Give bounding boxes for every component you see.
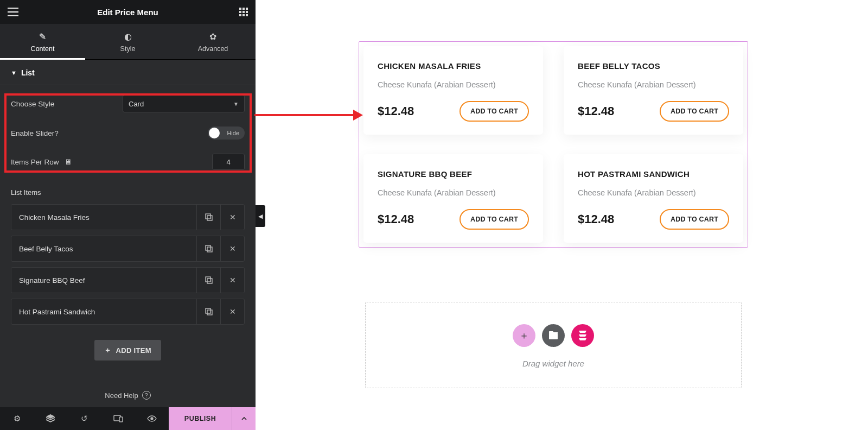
publish-dropdown-toggle[interactable] [232,407,256,430]
section-list-header[interactable]: ▼ List [0,60,256,85]
list-item-label: Signature BBQ Beef [19,276,85,284]
panel-tabs: ✎ Content ◐ Style ✿ Advanced [0,24,256,60]
duplicate-icon[interactable] [196,267,220,293]
preview-icon[interactable] [135,407,169,430]
list-item-label: Beef Belly Tacos [19,245,73,253]
duplicate-icon[interactable] [196,299,220,325]
annotation-arrow-icon [254,109,363,122]
choose-style-label: Choose Style [11,100,54,108]
items-per-row-input[interactable] [212,154,245,170]
svg-rect-0 [239,8,241,10]
close-icon[interactable]: ✕ [220,236,244,262]
card-price: $12.48 [378,212,414,226]
svg-rect-8 [246,14,248,16]
pencil-icon: ✎ [0,31,85,42]
list-item[interactable]: Chicken Masala Fries ✕ [11,204,245,230]
chevron-down-icon: ▼ [233,101,239,107]
card-description: Cheese Kunafa (Arabian Dessert) [378,188,529,197]
add-to-cart-button[interactable]: ADD TO CART [459,101,529,122]
card-title: SIGNATURE BBQ BEEF [378,169,529,179]
panel-body: ▼ List Choose Style Card ▼ Enable Slider… [0,60,256,384]
list-item[interactable]: Signature BBQ Beef ✕ [11,267,245,293]
svg-rect-7 [242,14,245,16]
svg-rect-4 [242,11,245,13]
enable-slider-label: Enable Slider? [11,129,59,137]
add-to-cart-button[interactable]: ADD TO CART [660,101,729,122]
need-help-label: Need Help [105,391,138,400]
card-title: CHICKEN MASALA FRIES [378,61,529,71]
desktop-icon[interactable]: 🖥 [65,157,72,166]
ekit-templates-button[interactable] [571,324,594,347]
tab-content[interactable]: ✎ Content [0,24,85,59]
caret-down-icon: ▼ [11,69,17,76]
add-item-button[interactable]: ＋ ADD ITEM [94,340,161,361]
list-items-heading: List Items [0,183,256,204]
control-enable-slider: Enable Slider? Hide [11,127,245,140]
duplicate-icon[interactable] [196,204,220,230]
need-help-link[interactable]: Need Help ? [0,384,256,407]
svg-rect-9 [206,214,210,219]
add-section-button[interactable]: ＋ [513,324,535,347]
sidebar-top-bar: Edit Price Menu [0,0,256,24]
tab-label: Advanced [198,45,228,53]
list-item-label: Chicken Masala Fries [19,213,90,222]
price-card: HOT PASTRAMI SANDWICH Cheese Kunafa (Ara… [564,154,743,243]
publish-button-group: PUBLISH [169,407,256,430]
history-icon[interactable]: ↺ [67,407,101,430]
price-card: CHICKEN MASALA FRIES Cheese Kunafa (Arab… [363,46,543,135]
tab-label: Content [31,45,55,53]
widgets-grid-icon[interactable] [239,8,248,16]
svg-rect-12 [207,247,212,252]
panel-title: Edit Price Menu [97,8,158,17]
svg-rect-15 [206,308,210,313]
enable-slider-toggle[interactable]: Hide [208,127,245,140]
svg-rect-16 [207,310,212,315]
close-icon[interactable]: ✕ [220,204,244,230]
card-description: Cheese Kunafa (Arabian Dessert) [578,80,729,89]
close-icon[interactable]: ✕ [220,299,244,325]
duplicate-icon[interactable] [196,236,220,262]
control-items-per-row: Items Per Row 🖥 [11,154,245,170]
hamburger-icon[interactable] [8,8,18,16]
list-item[interactable]: Beef Belly Tacos ✕ [11,236,245,262]
preview-canvas: CHICKEN MASALA FRIES Cheese Kunafa (Arab… [256,0,868,430]
price-menu-cards: CHICKEN MASALA FRIES Cheese Kunafa (Arab… [363,46,743,243]
add-to-cart-button[interactable]: ADD TO CART [459,209,529,230]
control-choose-style: Choose Style Card ▼ [11,95,245,112]
svg-rect-10 [207,216,212,220]
gear-icon: ✿ [170,31,256,42]
svg-rect-2 [246,8,248,10]
card-price: $12.48 [578,212,614,226]
list-item-label: Hot Pastrami Sandwich [19,308,95,316]
card-description: Cheese Kunafa (Arabian Dessert) [578,188,729,197]
add-to-cart-button[interactable]: ADD TO CART [660,209,729,230]
contrast-icon: ◐ [85,31,170,42]
price-card: BEEF BELLY TACOS Cheese Kunafa (Arabian … [564,46,743,135]
select-value: Card [129,100,144,108]
settings-icon[interactable]: ⚙ [0,407,34,430]
card-title: HOT PASTRAMI SANDWICH [578,169,729,179]
plus-icon: ＋ [104,345,111,355]
tab-style[interactable]: ◐ Style [85,24,170,59]
list-item[interactable]: Hot Pastrami Sandwich ✕ [11,299,245,325]
navigator-icon[interactable] [34,407,67,430]
responsive-icon[interactable] [101,407,135,430]
list-controls: Choose Style Card ▼ Enable Slider? Hide [0,85,256,183]
collapse-panel-button[interactable]: ◀ [256,205,265,227]
tab-advanced[interactable]: ✿ Advanced [170,24,256,59]
widget-selection-outline[interactable]: CHICKEN MASALA FRIES Cheese Kunafa (Arab… [359,41,748,248]
svg-rect-13 [206,277,210,282]
card-description: Cheese Kunafa (Arabian Dessert) [378,80,529,89]
choose-style-select[interactable]: Card ▼ [123,95,245,112]
items-per-row-label: Items Per Row 🖥 [11,157,72,166]
drop-widget-zone[interactable]: ＋ Drag widget here [365,302,742,388]
close-icon[interactable]: ✕ [220,267,244,293]
toggle-state-label: Hide [227,130,239,136]
section-title: List [21,68,35,77]
svg-rect-6 [239,14,241,16]
template-library-button[interactable] [542,324,565,347]
svg-point-19 [151,418,153,420]
card-title: BEEF BELLY TACOS [578,61,729,71]
price-card: SIGNATURE BBQ BEEF Cheese Kunafa (Arabia… [363,154,543,243]
publish-button[interactable]: PUBLISH [169,407,232,430]
